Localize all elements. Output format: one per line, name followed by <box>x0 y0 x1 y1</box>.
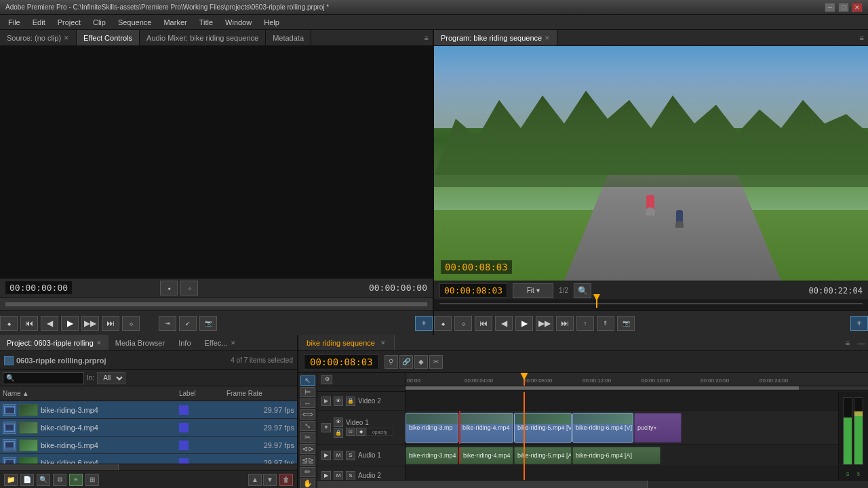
track-audio2[interactable] <box>406 466 838 480</box>
clip-a1-3[interactable]: bike-riding-5.mp4 [A] <box>514 447 572 464</box>
track-video2[interactable] <box>406 392 838 411</box>
file-row-4[interactable]: bike-riding-6.mp4 29.97 fps <box>0 454 297 464</box>
a2-solo-btn[interactable]: S <box>346 471 355 481</box>
menu-marker[interactable]: Marker <box>158 17 192 28</box>
prog-play-btn[interactable]: ▶ <box>515 316 533 331</box>
prog-add-mkr-btn[interactable]: + <box>850 316 868 331</box>
source-play-fwd-btn[interactable]: ▶▶ <box>81 316 99 331</box>
prog-mark-in-btn[interactable]: ⬥ <box>434 316 452 331</box>
timeline-timecode[interactable]: 00:00:08:03 <box>304 354 379 369</box>
prog-extract-btn[interactable]: ⇑ <box>597 316 614 331</box>
source-play-btn[interactable]: ▶ <box>61 316 79 331</box>
tool-hand[interactable]: ✋ <box>300 479 315 488</box>
prog-go-out-btn[interactable]: ⏭ <box>556 316 574 331</box>
clip-dropdown-v1-5[interactable]: ▾ <box>654 425 656 431</box>
source-mark-in-btn[interactable]: ⬥ <box>0 316 18 331</box>
tl-link-btn[interactable]: 🔗 <box>399 355 413 369</box>
v1-sync-btn[interactable]: ⊡ <box>346 428 355 436</box>
source-play-back-btn[interactable]: ◀ <box>41 316 58 331</box>
minimize-button[interactable]: ─ <box>825 3 835 12</box>
prog-step-back-btn[interactable]: ◀ <box>495 316 513 331</box>
tool-slip[interactable]: ⊲⊳ <box>300 444 315 454</box>
timeline-panel-menu[interactable]: ≡ <box>841 335 854 351</box>
file-row-1[interactable]: bike-riding-3.mp4 29.97 fps <box>0 401 297 419</box>
proj-new-bin-btn[interactable]: 📁 <box>4 474 18 486</box>
v2-expand-btn[interactable]: ▶ <box>321 396 331 406</box>
track-audio1[interactable]: bike-riding-3.mp4 bike-riding-4.mp4 bike… <box>406 445 838 466</box>
tab-effects-close[interactable]: ✕ <box>231 340 236 346</box>
menu-title[interactable]: Title <box>194 17 218 28</box>
tool-ripple[interactable]: ↔ <box>300 399 315 408</box>
file-row-3[interactable]: bike-riding-5.mp4 29.97 fps <box>0 436 297 454</box>
project-label-filter[interactable]: All <box>97 372 125 384</box>
tab-timeline[interactable]: bike riding sequence ✕ <box>298 335 395 350</box>
prog-go-in-btn[interactable]: ⏮ <box>475 316 492 331</box>
tl-scroll-thumb[interactable] <box>317 481 648 488</box>
tab-timeline-close[interactable]: ✕ <box>380 340 386 346</box>
prog-add-marker-btn[interactable]: ⬦ <box>454 316 472 331</box>
source-mark-out-btn[interactable]: ⬦ <box>122 316 140 331</box>
proj-list-view-btn[interactable]: ≡ <box>69 474 83 486</box>
tab-info[interactable]: Info <box>172 335 197 350</box>
tl-snap-btn[interactable]: ⚲ <box>384 355 398 369</box>
source-export-btn[interactable]: 📷 <box>199 316 217 331</box>
tab-audio-mixer[interactable]: Audio Mixer: bike riding sequence <box>140 30 266 45</box>
proj-sort-down-btn[interactable]: ▼ <box>263 474 277 486</box>
prog-step-fwd-btn[interactable]: ▶▶ <box>536 316 553 331</box>
clip-v1-1[interactable]: bike-riding-3.mp <box>406 413 458 443</box>
tab-source-close[interactable]: ✕ <box>64 35 69 41</box>
a2-mute-btn[interactable]: M <box>334 471 343 481</box>
source-step-back-btn[interactable]: ⏮ <box>20 316 38 331</box>
clip-v1-3[interactable]: bike-riding-5.mp4 [V] <box>514 413 572 443</box>
menu-window[interactable]: Window <box>220 17 257 28</box>
tool-track-select[interactable]: ⊨ <box>300 387 315 397</box>
program-zoom-btn[interactable]: 🔍 <box>574 283 591 298</box>
menu-clip[interactable]: Clip <box>87 17 111 28</box>
tab-program-close[interactable]: ✕ <box>545 35 550 41</box>
a2-expand-btn[interactable]: ▶ <box>321 471 331 481</box>
a1-mute-btn[interactable]: M <box>334 451 343 460</box>
proj-find-btn[interactable]: 🔍 <box>37 474 50 486</box>
project-search-input[interactable] <box>3 372 84 384</box>
tl-marker-btn[interactable]: ◆ <box>414 355 428 369</box>
v1-expand-btn[interactable]: ▼ <box>321 423 331 432</box>
left-panel-menu[interactable]: ≡ <box>420 34 433 42</box>
a1-solo-btn[interactable]: S <box>346 451 355 460</box>
tool-pen[interactable]: ✏ <box>300 467 315 477</box>
track-video1[interactable]: bike-riding-3.mp bike-riding-4.mp4 <box>406 411 838 445</box>
proj-sort-up-btn[interactable]: ▲ <box>248 474 262 486</box>
program-timecode[interactable]: 00:00:08:03 <box>439 283 507 298</box>
v1-keyframe-btn[interactable]: ◆ <box>356 428 366 436</box>
a1-expand-btn[interactable]: ▶ <box>321 451 331 460</box>
source-insert-btn[interactable]: ⇥ <box>159 316 176 331</box>
timeline-settings-btn[interactable]: ⚙ <box>321 375 332 384</box>
tab-media-browser[interactable]: Media Browser <box>108 335 172 350</box>
proj-settings-btn[interactable]: ⚙ <box>53 474 66 486</box>
work-area-bar[interactable] <box>406 386 868 390</box>
v1-lock-btn[interactable]: 🔒 <box>334 428 343 438</box>
close-button[interactable]: ✕ <box>852 3 863 12</box>
tab-program[interactable]: Program: bike riding sequence ✕ <box>434 30 557 45</box>
proj-icon-view-btn[interactable]: ⊞ <box>85 474 99 486</box>
prog-lift-btn[interactable]: ↑ <box>576 316 594 331</box>
clip-a1-2[interactable]: bike-riding-4.mp4 <box>459 447 513 464</box>
tab-project[interactable]: Project: 0603-ripple rolling ✕ <box>0 335 108 350</box>
program-panel-menu[interactable]: ≡ <box>856 34 868 42</box>
tab-effect-controls[interactable]: Adobe Premiere Pro - C:\InfiniteSkills-a… <box>77 30 140 45</box>
v1-eye-btn[interactable]: 👁 <box>334 418 343 427</box>
tool-rate-stretch[interactable]: ⤡ <box>300 421 315 431</box>
clip-v1-4[interactable]: bike-riding-6.mp4 [V] <box>572 413 633 443</box>
proj-delete-btn[interactable]: 🗑 <box>279 474 293 486</box>
proj-new-item-btn[interactable]: 📄 <box>20 474 34 486</box>
file-row-2[interactable]: bike-riding-4.mp4 29.97 fps <box>0 419 297 436</box>
tl-razor-btn[interactable]: ✂ <box>429 355 443 369</box>
source-progress-area[interactable] <box>0 297 433 310</box>
tool-roll[interactable]: ⟺ <box>300 409 315 420</box>
clip-v1-2[interactable]: bike-riding-4.mp4 <box>459 413 513 443</box>
source-timecode-start[interactable]: 00:00:00:00 <box>5 281 72 294</box>
program-progress[interactable] <box>434 300 868 310</box>
v2-eye-btn[interactable]: 👁 <box>334 396 343 406</box>
menu-edit[interactable]: Edit <box>27 17 51 28</box>
menu-file[interactable]: File <box>3 17 26 28</box>
clip-a1-4[interactable]: bike-riding-6.mp4 [A] <box>572 447 660 464</box>
